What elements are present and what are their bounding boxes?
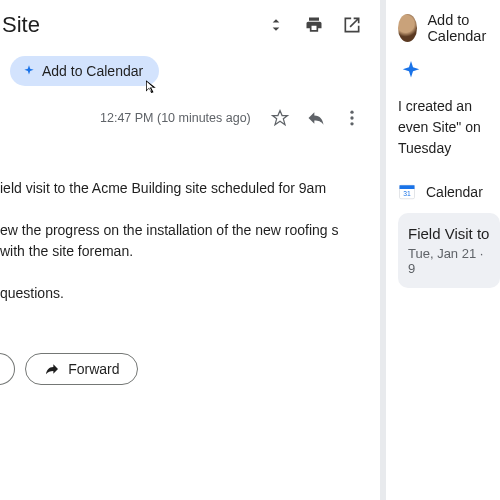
email-meta: 12:47 PM (10 minutes ago) xyxy=(0,86,370,128)
add-to-calendar-chip[interactable]: Add to Calendar xyxy=(10,56,159,86)
timestamp: 12:47 PM (10 minutes ago) xyxy=(0,111,251,125)
calendar-row[interactable]: 31 Calendar xyxy=(398,177,500,207)
forward-button[interactable]: Forward xyxy=(25,353,138,385)
email-header: Site xyxy=(0,12,370,38)
expand-icon[interactable] xyxy=(266,15,286,35)
svg-text:31: 31 xyxy=(403,190,411,197)
body-line: ield visit to the Acme Building site sch… xyxy=(0,178,360,200)
header-actions xyxy=(266,15,370,35)
svg-point-1 xyxy=(350,116,353,119)
sparkle-icon xyxy=(400,60,422,82)
more-icon[interactable] xyxy=(342,108,362,128)
print-icon[interactable] xyxy=(304,15,324,35)
svg-point-2 xyxy=(350,122,353,125)
avatar xyxy=(398,14,417,42)
forward-label: Forward xyxy=(68,361,119,377)
sparkle-icon xyxy=(22,64,36,78)
event-card[interactable]: Field Visit to Tue, Jan 21 · 9 xyxy=(398,213,500,288)
calendar-icon: 31 xyxy=(398,183,416,201)
event-title: Field Visit to xyxy=(408,225,490,242)
forward-arrow-icon xyxy=(44,361,60,377)
star-icon[interactable] xyxy=(270,108,290,128)
event-time: Tue, Jan 21 · 9 xyxy=(408,246,490,276)
side-header: Add to Calendar xyxy=(398,12,500,44)
email-subject: Site xyxy=(0,12,266,38)
open-new-icon[interactable] xyxy=(342,15,362,35)
reply-icon[interactable] xyxy=(306,108,326,128)
side-title: Add to Calendar xyxy=(427,12,500,44)
email-body: ield visit to the Acme Building site sch… xyxy=(0,128,370,305)
cursor-icon xyxy=(143,78,161,96)
email-pane: Site Add to Calendar 12:47 PM (10 minute… xyxy=(0,0,380,500)
email-actions: l Forward xyxy=(0,353,370,385)
body-line: ew the progress on the installation of t… xyxy=(0,220,360,263)
body-line: questions. xyxy=(0,283,360,305)
chip-label: Add to Calendar xyxy=(42,63,143,79)
assistant-text: I created an even Site" on Tuesday xyxy=(398,96,500,159)
side-panel: Add to Calendar I created an even Site" … xyxy=(386,0,500,500)
calendar-label: Calendar xyxy=(426,184,483,200)
svg-point-0 xyxy=(350,111,353,114)
reply-button-partial[interactable]: l xyxy=(0,353,15,385)
svg-rect-4 xyxy=(400,185,415,189)
